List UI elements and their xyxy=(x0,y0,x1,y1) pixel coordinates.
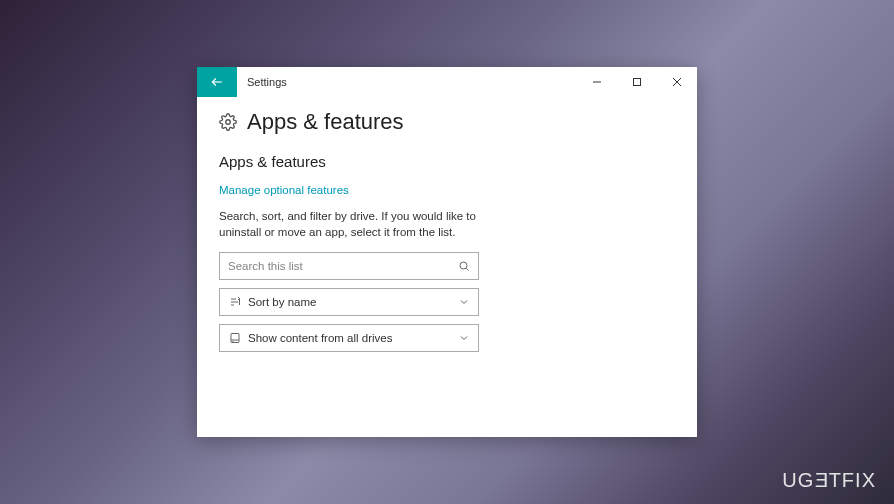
minimize-button[interactable] xyxy=(577,67,617,97)
sort-label: Sort by name xyxy=(248,296,458,308)
search-input[interactable]: Search this list xyxy=(219,252,479,280)
svg-point-6 xyxy=(460,262,467,269)
sort-dropdown[interactable]: Sort by name xyxy=(219,288,479,316)
search-placeholder: Search this list xyxy=(228,260,458,272)
content-area: Apps & features Apps & features Manage o… xyxy=(197,97,697,437)
page-header: Apps & features xyxy=(219,109,675,135)
section-title: Apps & features xyxy=(219,153,675,170)
titlebar: Settings xyxy=(197,67,697,97)
watermark: UGETFIX xyxy=(782,469,876,492)
maximize-icon xyxy=(632,77,642,87)
gear-icon xyxy=(219,113,237,131)
filter-label: Show content from all drives xyxy=(248,332,458,344)
manage-optional-features-link[interactable]: Manage optional features xyxy=(219,184,349,196)
svg-point-5 xyxy=(226,120,231,125)
close-button[interactable] xyxy=(657,67,697,97)
svg-rect-2 xyxy=(634,79,641,86)
chevron-down-icon xyxy=(458,296,470,308)
page-title: Apps & features xyxy=(247,109,404,135)
close-icon xyxy=(672,77,682,87)
window-controls xyxy=(577,67,697,97)
chevron-down-icon xyxy=(458,332,470,344)
drive-icon xyxy=(228,332,242,344)
search-icon xyxy=(458,260,470,272)
sort-icon xyxy=(228,296,242,308)
svg-point-14 xyxy=(233,341,234,342)
svg-rect-12 xyxy=(231,334,239,343)
filter-dropdown[interactable]: Show content from all drives xyxy=(219,324,479,352)
minimize-icon xyxy=(592,77,602,87)
settings-window: Settings Apps & features Apps & features… xyxy=(197,67,697,437)
arrow-left-icon xyxy=(210,75,224,89)
svg-line-7 xyxy=(466,268,468,270)
window-title: Settings xyxy=(237,67,577,97)
help-text: Search, sort, and filter by drive. If yo… xyxy=(219,208,519,240)
maximize-button[interactable] xyxy=(617,67,657,97)
back-button[interactable] xyxy=(197,67,237,97)
